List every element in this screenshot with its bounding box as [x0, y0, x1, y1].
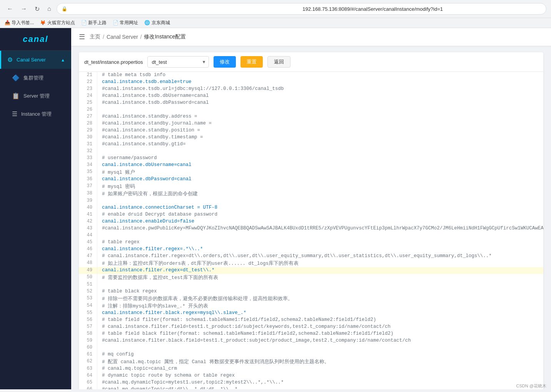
line-content: # mysql 密码	[97, 183, 543, 190]
home-button[interactable]: ⌂	[45, 5, 53, 13]
line-number: 54	[79, 302, 97, 310]
line-content: canal.instance.filter.regex=dt_test\\.*	[97, 267, 543, 274]
line-content: # 排除一些不需要同步的数据库表，避免不必要的数据传输和处理，提高性能和效率。	[97, 295, 543, 302]
sidebar-item-instance[interactable]: ☰ Instance 管理	[0, 105, 71, 123]
table-row: 34canal.instance.dbUsername=canal	[79, 162, 543, 169]
line-number: 34	[79, 162, 97, 169]
cluster-label: 集群管理	[23, 75, 43, 81]
line-number: 46	[79, 246, 97, 253]
table-row: 65#canal.mq.dynamicTopic=mytest1.user,to…	[79, 379, 543, 386]
table-row: 55canal.instance.filter.black.regex=mysq…	[79, 310, 543, 317]
line-content: #canal.instance.tsdb.dbPassword=canal	[97, 100, 543, 106]
table-row: 53# 排除一些不需要同步的数据库表，避免不必要的数据传输和处理，提高性能和效率…	[79, 295, 543, 302]
line-number: 58	[79, 331, 97, 337]
line-content: # table field black filter(format: schem…	[97, 331, 543, 337]
line-content: #canal.instance.standby.position =	[97, 127, 543, 134]
bookmark-firefox[interactable]: 🦊 火狐官方站点	[40, 20, 75, 26]
line-number: 21	[79, 72, 97, 79]
instance-icon: ☰	[12, 110, 17, 118]
table-row: 41# enable druid Decrypt database passwo…	[79, 211, 543, 218]
table-row: 40canal.instance.connectionCharset = UTF…	[79, 204, 543, 211]
line-number: 56	[79, 317, 97, 324]
address-bar[interactable]: 🔒 192.168.75.136:8089/#/canalServer/cana…	[57, 3, 546, 15]
line-content	[97, 344, 543, 351]
line-number: 64	[79, 372, 97, 379]
line-number: 49	[79, 267, 97, 274]
back-button[interactable]: ←	[5, 5, 15, 13]
line-number: 23	[79, 86, 97, 93]
code-editor[interactable]: 21# table meta tsdb info22canal.instance…	[79, 72, 543, 389]
line-number: 48	[79, 260, 97, 267]
table-row: 30#canal.instance.standby.timestamp =	[79, 134, 543, 141]
hamburger-button[interactable]: ☰	[79, 33, 85, 41]
line-content: # canal.mq.topic=canal_crm	[97, 365, 543, 372]
table-row: 43#canal.instance.pwdPublicKey=MFwwDQYJK…	[79, 225, 543, 232]
table-row: 45# table regex	[79, 239, 543, 246]
line-number: 40	[79, 204, 97, 211]
reset-button[interactable]: 重置	[240, 56, 263, 68]
line-content: canal.instance.connectionCharset = UTF-8	[97, 204, 543, 211]
line-content: # 注解：排除mysql库中的slave_.* 开头的表	[97, 302, 543, 310]
table-row: 31#canal.instance.standby.gtid=	[79, 141, 543, 148]
line-content: #canal.instance.tsdb.dbUsername=canal	[97, 93, 543, 100]
line-content: #canal.instance.standby.timestamp =	[97, 134, 543, 141]
sidebar-item-cluster[interactable]: 🔷 集群管理	[0, 69, 71, 87]
breadcrumb-sep2: /	[140, 34, 142, 40]
line-content: canal.instance.dbPassword=canal	[97, 176, 543, 183]
line-number: 26	[79, 106, 97, 113]
table-row: 22canal.instance.tsdb.enable=true	[79, 79, 543, 86]
line-content: # table black regex	[97, 288, 543, 295]
line-content: # enable druid Decrypt database password	[97, 211, 543, 218]
select-wrapper: dt_test ▼	[147, 56, 209, 68]
back-button[interactable]: 返回	[267, 56, 291, 68]
line-number: 27	[79, 113, 97, 120]
canal-server-arrow: ▲	[61, 58, 65, 62]
line-content: # canal.instance.filter.field=test1.t_pr…	[97, 324, 543, 331]
line-content: #canal.instance.standby.journal.name =	[97, 120, 543, 127]
instance-select[interactable]: dt_test	[147, 56, 209, 68]
table-row: 50# 需要监控的数据库，监控dt_test库下面的所有表	[79, 274, 543, 281]
table-row: 57# canal.instance.filter.field=test1.t_…	[79, 324, 543, 331]
line-content	[97, 198, 543, 204]
breadcrumb: 主页 / Canal Server / 修改Instance配置	[90, 33, 186, 40]
line-content: #canal.instance.standby.address =	[97, 113, 543, 120]
line-number: 44	[79, 232, 97, 239]
breadcrumb-home[interactable]: 主页	[90, 33, 100, 40]
table-row: 28#canal.instance.standby.journal.name =	[79, 120, 543, 127]
table-row: 62# 配置 canal.mq.topic 属性，指定 Canal 将数据变更事…	[79, 358, 543, 365]
sidebar-item-server[interactable]: 📋 Server 管理	[0, 87, 71, 105]
bookmark-import[interactable]: 📥 导入书签...	[5, 20, 34, 26]
table-row: 61# mq config	[79, 351, 543, 358]
bookmark-jd[interactable]: 🌐 京东商城	[144, 20, 170, 26]
line-content: # 如果账户密码没有，根据上面的命令创建	[97, 190, 543, 198]
line-number: 32	[79, 148, 97, 155]
bookmark-common[interactable]: 📄 常用网址	[113, 20, 138, 26]
sidebar-item-canal-server[interactable]: ⚙ Canal Server ▲	[0, 51, 71, 69]
line-content: # table meta tsdb info	[97, 72, 543, 79]
line-number: 51	[79, 281, 97, 288]
sidebar: canal ⚙ Canal Server ▲ 🔷 集群管理 📋 Server 管…	[0, 28, 71, 389]
sidebar-logo: canal	[0, 28, 71, 51]
forward-button[interactable]: →	[18, 5, 29, 13]
line-number: 45	[79, 239, 97, 246]
line-number: 22	[79, 79, 97, 86]
line-content	[97, 148, 543, 155]
table-row: 24#canal.instance.tsdb.dbUsername=canal	[79, 93, 543, 100]
line-content: # 如上注释：监控dt库下的orders表，dt库下的user表...... d…	[97, 260, 543, 267]
line-content: canal.instance.tsdb.enable=true	[97, 79, 543, 86]
line-number: 42	[79, 218, 97, 225]
instance-label: Instance 管理	[21, 111, 52, 118]
line-content: # 需要监控的数据库，监控dt_test库下面的所有表	[97, 274, 543, 281]
page-header: ☰ 主页 / Canal Server / 修改Instance配置	[71, 28, 551, 46]
breadcrumb-canal-server[interactable]: Canal Server	[107, 34, 138, 40]
line-number: 43	[79, 225, 97, 232]
logo-text: canal	[6, 34, 65, 44]
table-row: 51	[79, 281, 543, 288]
reload-button[interactable]: ↻	[32, 5, 42, 13]
table-row: 25#canal.instance.tsdb.dbPassword=canal	[79, 100, 543, 106]
line-number: 36	[79, 176, 97, 183]
table-row: 49canal.instance.filter.regex=dt_test\\.…	[79, 267, 543, 274]
modify-button[interactable]: 修改	[214, 56, 236, 68]
table-row: 42canal.instance.enableDruid=false	[79, 218, 543, 225]
bookmark-newuser[interactable]: 📄 新手上路	[81, 20, 107, 26]
